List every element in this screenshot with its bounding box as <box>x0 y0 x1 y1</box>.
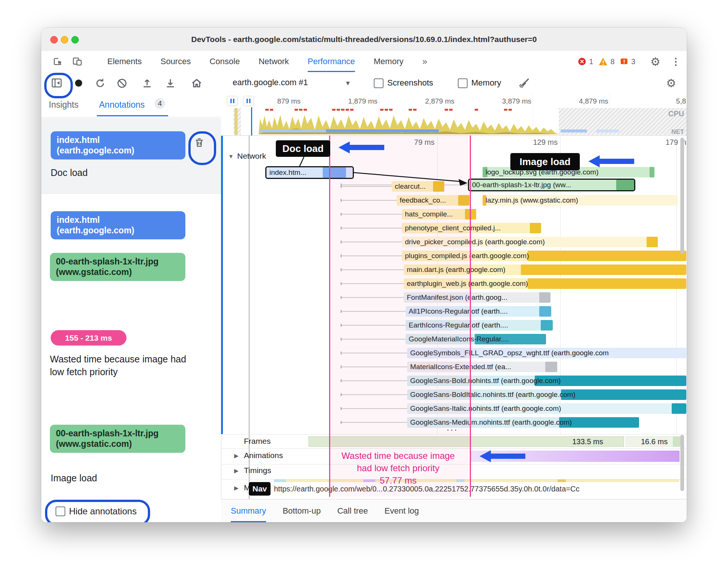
request-segment <box>616 180 634 190</box>
request-segment <box>672 403 686 414</box>
upload-profile-icon[interactable] <box>141 77 153 89</box>
more-tabs-icon[interactable]: » <box>422 51 427 72</box>
cpu-strip-label: CPU <box>668 110 684 118</box>
doc-load-annotation-badge[interactable]: Doc load <box>276 140 330 157</box>
issues-icon[interactable] <box>620 57 628 66</box>
kebab-menu-icon[interactable]: ⋮ <box>671 56 681 68</box>
request-label: index.htm... <box>269 168 306 177</box>
animations-track-label[interactable]: Animations <box>244 451 283 460</box>
timeline-overview[interactable]: 879 ms 1,879 ms 2,879 ms 3,879 ms 4,879 … <box>221 94 687 135</box>
image-load-annotation-badge[interactable]: Image load <box>510 153 580 170</box>
device-toolbar-icon[interactable] <box>72 56 83 67</box>
maximize-window-button[interactable] <box>71 36 79 44</box>
screenshots-checkbox[interactable] <box>374 78 384 88</box>
request-segment <box>539 292 551 303</box>
image-load-arrow <box>588 155 634 167</box>
request-segment <box>647 237 658 247</box>
record-button[interactable] <box>75 80 82 87</box>
timings-track-label[interactable]: Timings <box>244 466 271 475</box>
tab-call-tree[interactable]: Call tree <box>337 499 368 522</box>
network-track-accent <box>221 136 223 434</box>
pause-button[interactable] <box>227 96 238 106</box>
detail-tab-bar: Summary Bottom-up Call tree Event log <box>221 499 687 522</box>
home-icon[interactable] <box>191 77 203 89</box>
request-segment <box>650 167 654 177</box>
tab-elements[interactable]: Elements <box>107 51 142 72</box>
detail-time-tick: 79 ms <box>397 138 435 147</box>
toggle-sidebar-icon[interactable] <box>51 77 62 89</box>
error-count: 1 <box>589 57 593 66</box>
annotation-pill-index-html-2[interactable]: index.html (earth.google.com) <box>51 211 185 239</box>
download-profile-icon[interactable] <box>164 77 176 89</box>
panel-tabs: Elements Sources Console Network Perform… <box>107 51 427 72</box>
frame-duration-2: 16.6 ms <box>641 437 668 446</box>
hide-annotations-checkbox[interactable] <box>56 506 65 516</box>
frame-bar-3 <box>673 436 680 447</box>
warning-icon[interactable] <box>599 57 608 66</box>
pause-button-2[interactable] <box>243 96 254 106</box>
tab-bottom-up[interactable]: Bottom-up <box>283 499 321 522</box>
inspect-element-icon[interactable] <box>53 56 63 67</box>
minimize-window-button[interactable] <box>61 36 68 44</box>
capture-settings-gear-icon[interactable]: ⚙ <box>666 77 676 90</box>
annotation-pill-index-html[interactable]: index.html (earth.google.com) <box>51 131 185 159</box>
annotation-card-doc-load[interactable]: index.html (earth.google.com) Doc load <box>41 118 221 194</box>
tab-event-log[interactable]: Event log <box>385 499 419 522</box>
wasted-time-value: 57.77 ms <box>330 474 466 487</box>
annotation-card-link[interactable]: index.html (earth.google.com) → 00-earth… <box>41 193 221 306</box>
annotation-pill-time-range[interactable]: 155 - 213 ms <box>51 330 126 346</box>
garbage-collect-icon[interactable] <box>519 77 531 89</box>
reload-icon[interactable] <box>95 78 106 89</box>
tab-network[interactable]: Network <box>259 51 289 72</box>
chevron-down-icon[interactable]: ▾ <box>346 78 350 87</box>
active-tab-underline <box>97 115 168 116</box>
profile-select[interactable]: earth.google.com #1 <box>233 78 308 87</box>
network-disclosure-icon[interactable]: ▼ <box>228 153 234 159</box>
nav-marker-badge[interactable]: Nav <box>249 482 271 496</box>
network-overflow-indicator[interactable]: ... <box>447 422 458 433</box>
tab-sources[interactable]: Sources <box>161 51 191 72</box>
tab-summary[interactable]: Summary <box>231 499 266 522</box>
net-strip-label: NET <box>671 128 684 135</box>
tab-performance[interactable]: Performance <box>308 51 355 72</box>
network-section-label[interactable]: Network <box>237 152 266 161</box>
annotation-card-time-range[interactable]: 155 - 213 ms Wasted time because image h… <box>41 319 221 401</box>
close-window-button[interactable] <box>50 36 58 44</box>
request-segment <box>528 251 686 261</box>
annotation-card-image-load[interactable]: 00-earth-splash-1x-ltr.jpg (www.gstatic.… <box>41 415 221 490</box>
tab-console[interactable]: Console <box>209 51 240 72</box>
error-icon[interactable] <box>578 57 586 66</box>
main-disclosure-icon[interactable]: ▶ <box>234 485 239 491</box>
annotation-pill-splash-jpg[interactable]: 00-earth-splash-1x-ltr.jpg (www.gstatic.… <box>50 253 185 281</box>
animations-disclosure-icon[interactable]: ▶ <box>234 452 239 459</box>
annotation-pill-splash-jpg-2[interactable]: 00-earth-splash-1x-ltr.jpg (www.gstatic.… <box>50 425 185 453</box>
network-request-bar[interactable]: 00-earth-splash-1x-ltr.jpg (ww... <box>469 180 634 190</box>
status-badges: 1 8 3 ⚙ ⋮ <box>578 51 681 72</box>
annotations-sidebar: Insights Annotations 4 index.html (earth… <box>41 94 221 522</box>
clear-icon[interactable] <box>116 78 128 89</box>
doc-load-arrow <box>338 141 384 153</box>
window-title: DevTools - earth.google.com/static/multi… <box>191 35 537 44</box>
request-segment <box>521 264 686 275</box>
memory-checkbox[interactable] <box>458 78 468 88</box>
devtools-window: DevTools - earth.google.com/static/multi… <box>41 28 687 522</box>
overview-window-handle[interactable] <box>251 107 252 135</box>
tab-memory[interactable]: Memory <box>374 51 403 72</box>
hide-annotations-label: Hide annotations <box>69 506 137 517</box>
frames-track-label[interactable]: Frames <box>244 437 271 446</box>
settings-gear-icon[interactable]: ⚙ <box>650 55 660 68</box>
ruler-tick: 4,879 ms <box>579 97 608 105</box>
annotation-label-image-load: Image load <box>51 472 97 484</box>
tab-annotations[interactable]: Annotations <box>99 100 144 110</box>
delete-annotation-trash-icon[interactable] <box>194 136 205 149</box>
network-request-bar[interactable]: lazy.min.js (www.gstatic.com) <box>483 195 678 206</box>
ruler-tick: 3,879 ms <box>502 97 531 105</box>
network-scrollbar[interactable] <box>680 138 684 254</box>
ruler-tick: 879 ms <box>277 97 301 105</box>
annotation-label-wasted-time: Wasted time because image had low fetch … <box>50 353 189 378</box>
timings-disclosure-icon[interactable]: ▶ <box>234 467 239 474</box>
request-segment <box>541 320 553 331</box>
title-bar: DevTools - earth.google.com/static/multi… <box>41 28 687 51</box>
tracks-scrollbar[interactable] <box>680 435 684 491</box>
tab-insights[interactable]: Insights <box>49 100 78 110</box>
